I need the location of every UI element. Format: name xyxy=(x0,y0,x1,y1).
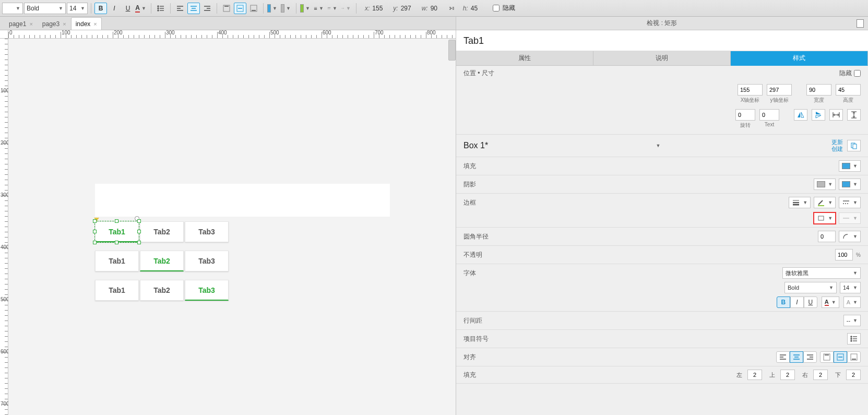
lock-aspect-icon[interactable] xyxy=(447,4,456,13)
bold-button[interactable]: B xyxy=(777,297,790,308)
resize-handle[interactable] xyxy=(137,230,141,233)
valign-top-button[interactable] xyxy=(820,351,834,363)
widget-tab2[interactable]: Tab2 xyxy=(140,280,184,301)
widget-tab2[interactable]: Tab2 xyxy=(140,251,184,271)
flip-vertical-button[interactable] xyxy=(812,109,825,121)
valign-bottom-button[interactable] xyxy=(847,351,861,363)
font-color-dropdown[interactable]: A▼ xyxy=(822,297,839,308)
hidden-checkbox[interactable] xyxy=(854,70,861,77)
resize-handle[interactable] xyxy=(137,241,141,244)
stroke-width-button[interactable]: ▼ xyxy=(313,3,326,14)
resize-handle[interactable] xyxy=(93,241,97,244)
border-pattern-dropdown[interactable]: ▼ xyxy=(839,212,861,224)
inner-shadow-dropdown[interactable]: ▼ xyxy=(839,179,861,190)
border-visibility-dropdown[interactable]: ▼ xyxy=(814,212,836,224)
align-right-button[interactable] xyxy=(803,351,817,363)
italic-button[interactable]: I xyxy=(790,297,804,308)
align-center-button[interactable] xyxy=(187,3,200,14)
border-width-dropdown[interactable]: ▼ xyxy=(789,197,811,208)
resize-handle[interactable] xyxy=(93,230,97,233)
chevron-down-icon[interactable]: ▼ xyxy=(656,143,661,148)
valign-top-button[interactable] xyxy=(220,3,233,14)
font-size-dropdown[interactable]: 14▼ xyxy=(67,3,88,14)
copy-style-button[interactable] xyxy=(847,140,861,151)
align-center-button[interactable] xyxy=(790,351,803,363)
fill-color-dropdown[interactable]: ▼ xyxy=(839,160,861,172)
widget-tab3[interactable]: Tab3 xyxy=(185,251,229,271)
tab-page3[interactable]: page3× xyxy=(38,17,71,30)
close-icon[interactable]: × xyxy=(63,21,66,27)
update-style-link[interactable]: 更新 xyxy=(831,139,843,146)
w-input[interactable] xyxy=(806,84,831,96)
close-icon[interactable]: × xyxy=(93,21,97,27)
widget-tab2[interactable]: Tab2 xyxy=(140,221,184,242)
create-style-link[interactable]: 创建 xyxy=(831,146,843,152)
valign-bottom-button[interactable] xyxy=(247,3,260,14)
bold-button[interactable]: B xyxy=(94,3,107,14)
font-weight-dropdown[interactable]: Bold▼ xyxy=(24,3,66,14)
hidden-checkbox[interactable] xyxy=(493,5,500,11)
pad-left-input[interactable] xyxy=(747,370,762,380)
underline-button[interactable]: U xyxy=(804,297,817,308)
valign-middle-button[interactable] xyxy=(234,3,246,14)
tab-style[interactable]: 样式 xyxy=(731,51,868,66)
bullets-button[interactable] xyxy=(847,333,861,345)
fill-color-button[interactable]: ▼ xyxy=(267,3,279,14)
pad-right-input[interactable] xyxy=(813,370,828,380)
resize-handle[interactable] xyxy=(115,241,118,244)
pad-bottom-input[interactable] xyxy=(846,370,861,380)
resize-handle[interactable] xyxy=(115,219,118,223)
canvas[interactable]: 0100200300400500600700800 10020030040050… xyxy=(0,30,456,415)
y-input[interactable] xyxy=(767,84,792,96)
more-type-dropdown[interactable]: A▼ xyxy=(843,297,861,308)
h-input[interactable] xyxy=(836,84,861,96)
tab-index[interactable]: index× xyxy=(71,17,102,30)
notes-icon[interactable] xyxy=(857,19,864,28)
bullets-button[interactable] xyxy=(154,3,167,14)
shadow-button[interactable]: ▼ xyxy=(280,3,293,14)
align-right-button[interactable] xyxy=(201,3,213,14)
radius-corner-dropdown[interactable]: ▼ xyxy=(839,231,861,242)
style-dropdown[interactable]: ▼ xyxy=(2,3,23,14)
border-color-dropdown[interactable]: ▼ xyxy=(814,197,836,208)
format-toolbar: ▼ Bold▼ 14▼ B I U A▼ ▼ ▼ ▼ ▼ ▼ ▼ x:155 y… xyxy=(0,0,868,17)
valign-middle-button[interactable] xyxy=(834,351,847,363)
resize-handle[interactable] xyxy=(137,219,141,223)
tab-notes[interactable]: 说明 xyxy=(593,51,731,66)
widget-tab1[interactable]: Tab1 xyxy=(95,280,139,301)
text-rotation-input[interactable] xyxy=(759,109,779,121)
arrow-style-button[interactable]: ▼ xyxy=(340,3,353,14)
stroke-color-button[interactable]: ▼ xyxy=(300,3,312,14)
widget-tab3[interactable]: Tab3 xyxy=(185,221,229,242)
rotation-input[interactable] xyxy=(735,109,755,121)
font-size-dropdown[interactable]: 14▼ xyxy=(840,282,861,293)
border-style-dropdown[interactable]: ▼ xyxy=(839,197,861,208)
flip-horizontal-button[interactable] xyxy=(794,109,807,121)
x-value: 155 xyxy=(372,5,387,12)
canvas-scrollbar[interactable] xyxy=(448,40,456,61)
italic-button[interactable]: I xyxy=(108,3,121,14)
fit-height-button[interactable] xyxy=(847,109,861,121)
font-family-dropdown[interactable]: 微软雅黑▼ xyxy=(782,267,861,279)
widget-tab1[interactable]: Tab1 xyxy=(95,251,139,271)
underline-button[interactable]: U xyxy=(122,3,134,14)
selection-box[interactable] xyxy=(94,221,139,243)
opacity-input[interactable] xyxy=(835,249,853,260)
close-icon[interactable]: × xyxy=(29,21,32,27)
tab-properties[interactable]: 属性 xyxy=(456,51,593,66)
font-weight-dropdown[interactable]: Bold▼ xyxy=(784,282,837,293)
resize-handle[interactable] xyxy=(93,219,97,223)
line-spacing-dropdown[interactable]: --▼ xyxy=(843,315,861,326)
radius-input[interactable] xyxy=(818,231,836,242)
outer-shadow-dropdown[interactable]: ▼ xyxy=(814,179,836,190)
pad-top-input[interactable] xyxy=(780,370,795,380)
font-color-button[interactable]: A▼ xyxy=(135,3,148,14)
widget-tab3[interactable]: Tab3 xyxy=(185,280,229,301)
x-input[interactable] xyxy=(738,84,763,96)
fit-width-button[interactable] xyxy=(829,109,843,121)
align-left-button[interactable] xyxy=(776,351,790,363)
canvas-viewport[interactable]: Tab1 Tab2 Tab3 Tab1 Tab2 Tab3 Tab1 Tab2 … xyxy=(8,39,456,415)
stroke-style-button[interactable]: ▼ xyxy=(327,3,339,14)
align-left-button[interactable] xyxy=(174,3,186,14)
tab-page1[interactable]: page1× xyxy=(4,17,38,30)
